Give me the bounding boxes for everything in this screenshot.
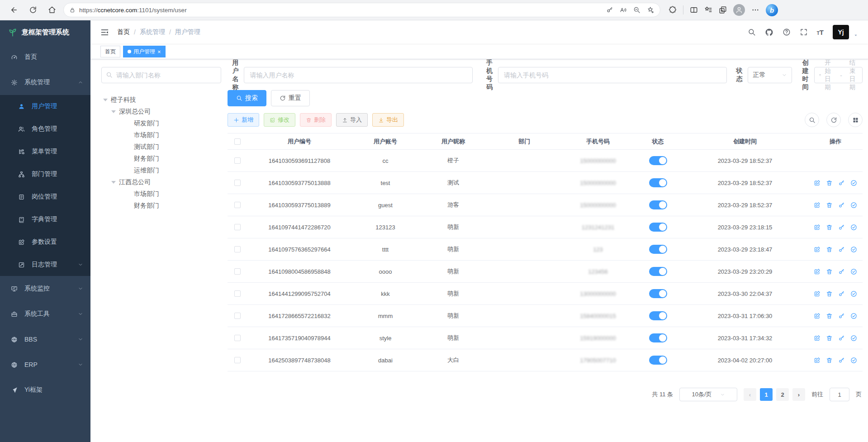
row-checkbox[interactable] <box>234 202 241 208</box>
tree-caret-icon[interactable] <box>103 99 108 101</box>
reset-password-icon[interactable] <box>838 202 845 209</box>
assign-role-icon[interactable] <box>850 357 857 364</box>
fullscreen-icon[interactable] <box>800 28 808 36</box>
tree-node[interactable]: 财务部门 <box>101 200 221 212</box>
page-size-select[interactable]: 10条/页 <box>679 388 737 401</box>
status-select[interactable]: 正常 <box>748 67 792 83</box>
reset-password-icon[interactable] <box>838 180 845 186</box>
row-checkbox[interactable] <box>234 268 241 275</box>
edit-row-icon[interactable] <box>814 268 821 275</box>
tree-node[interactable]: 深圳总公司 <box>101 106 221 118</box>
address-bar[interactable]: https://ccnetcore.com:1101/system/user <box>63 3 660 17</box>
help-icon[interactable] <box>783 28 791 36</box>
sidebar-item-roles[interactable]: 角色管理 <box>0 118 90 140</box>
delete-row-icon[interactable] <box>826 290 833 297</box>
status-toggle[interactable] <box>649 223 667 232</box>
import-button[interactable]: 导入 <box>336 113 368 127</box>
back-icon[interactable] <box>6 3 22 17</box>
edit-row-icon[interactable] <box>814 335 821 342</box>
select-all-checkbox[interactable] <box>234 138 241 145</box>
browser-menu-icon[interactable] <box>751 6 759 14</box>
password-key-icon[interactable] <box>606 6 613 14</box>
delete-row-icon[interactable] <box>826 268 833 275</box>
zoom-out-icon[interactable] <box>633 6 640 14</box>
collapse-sidebar-icon[interactable] <box>100 28 109 37</box>
status-toggle[interactable] <box>649 333 667 342</box>
edit-button[interactable]: 修改 <box>264 113 295 127</box>
assign-role-icon[interactable] <box>850 180 857 186</box>
row-checkbox[interactable] <box>234 157 241 164</box>
font-size-icon[interactable]: TT <box>817 29 824 36</box>
status-toggle[interactable] <box>649 311 667 320</box>
favorite-star-icon[interactable] <box>647 6 655 14</box>
status-toggle[interactable] <box>649 178 667 187</box>
reset-password-icon[interactable] <box>838 246 845 253</box>
assign-role-icon[interactable] <box>850 224 857 231</box>
breadcrumb-system[interactable]: 系统管理 <box>140 28 165 36</box>
delete-row-icon[interactable] <box>826 246 833 253</box>
tree-node[interactable]: 研发部门 <box>101 118 221 129</box>
sidebar-item-menus[interactable]: 菜单管理 <box>0 140 90 163</box>
edit-row-icon[interactable] <box>814 202 821 209</box>
reset-password-icon[interactable] <box>838 313 845 319</box>
row-checkbox[interactable] <box>234 180 241 186</box>
tree-node[interactable]: 运维部门 <box>101 165 221 176</box>
status-toggle[interactable] <box>649 267 667 276</box>
edit-row-icon[interactable] <box>814 313 821 319</box>
row-checkbox[interactable] <box>234 313 241 319</box>
delete-row-icon[interactable] <box>826 180 833 186</box>
close-tab-icon[interactable]: × <box>157 48 161 55</box>
sidebar-item-parameters[interactable]: 参数设置 <box>0 231 90 253</box>
assign-role-icon[interactable] <box>850 246 857 253</box>
tree-node[interactable]: 市场部门 <box>101 188 221 200</box>
reset-password-icon[interactable] <box>838 335 845 342</box>
sidebar-item-system[interactable]: 系统管理 <box>0 70 90 95</box>
copilot-icon[interactable]: b <box>766 4 778 16</box>
delete-row-icon[interactable] <box>826 202 833 209</box>
reset-button[interactable]: 重置 <box>271 90 310 106</box>
delete-button[interactable]: 删除 <box>300 113 332 127</box>
sidebar-item-home[interactable]: 首页 <box>0 44 90 70</box>
sidebar-item-departments[interactable]: 部门管理 <box>0 163 90 185</box>
refresh-icon[interactable] <box>25 3 41 17</box>
phone-input[interactable] <box>498 67 727 83</box>
sidebar-item-erp[interactable]: ERP <box>0 352 90 377</box>
read-aloud-icon[interactable] <box>620 6 627 14</box>
caret-down-icon[interactable] <box>854 33 858 38</box>
search-icon[interactable] <box>748 28 756 36</box>
next-page-button[interactable]: › <box>792 388 805 401</box>
tree-caret-icon[interactable] <box>111 181 116 184</box>
status-toggle[interactable] <box>649 289 667 298</box>
row-checkbox[interactable] <box>234 290 241 297</box>
tree-node[interactable]: 市场部门 <box>101 129 221 141</box>
status-toggle[interactable] <box>649 200 667 209</box>
tree-node[interactable]: 江西总公司 <box>101 176 221 188</box>
sidebar-item-logs[interactable]: 日志管理 <box>0 253 90 276</box>
tree-node[interactable]: 橙子科技 <box>101 94 221 106</box>
goto-page-input[interactable] <box>830 388 849 401</box>
status-toggle[interactable] <box>649 356 667 365</box>
tab-user-management[interactable]: 用户管理 × <box>123 46 166 57</box>
extensions-icon[interactable] <box>669 6 677 14</box>
edit-row-icon[interactable] <box>814 180 821 186</box>
edit-row-icon[interactable] <box>814 290 821 297</box>
show-search-toggle-button[interactable] <box>805 113 819 127</box>
sidebar-item-users[interactable]: 用户管理 <box>0 95 90 118</box>
edit-row-icon[interactable] <box>814 246 821 253</box>
sidebar-item-monitoring[interactable]: 系统监控 <box>0 276 90 301</box>
delete-row-icon[interactable] <box>826 357 833 364</box>
search-button[interactable]: 搜索 <box>228 90 266 106</box>
tree-node[interactable]: 财务部门 <box>101 153 221 165</box>
department-search-input[interactable] <box>101 67 221 83</box>
tree-caret-icon[interactable] <box>111 110 116 113</box>
reset-password-icon[interactable] <box>838 268 845 275</box>
assign-role-icon[interactable] <box>850 313 857 319</box>
reset-password-icon[interactable] <box>838 224 845 231</box>
row-checkbox[interactable] <box>234 224 241 230</box>
page-button[interactable]: 1 <box>760 388 773 401</box>
status-toggle[interactable] <box>649 156 667 165</box>
reset-password-icon[interactable] <box>838 290 845 297</box>
date-range-picker[interactable]: 开始日期 - 结束日期 <box>814 67 863 83</box>
row-checkbox[interactable] <box>234 335 241 341</box>
github-icon[interactable] <box>765 28 773 37</box>
